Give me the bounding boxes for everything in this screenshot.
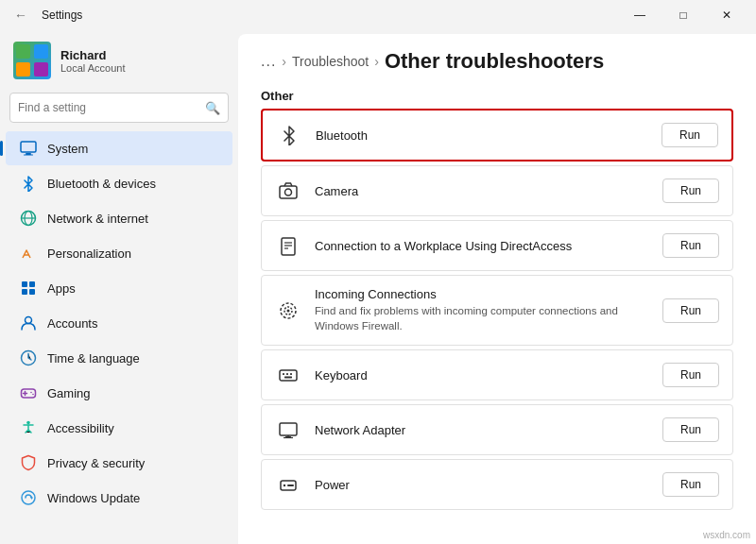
troubleshooter-item-incoming: Incoming Connections Find and fix proble… [261, 275, 733, 346]
content-area: ... › Troubleshoot › Other troubleshoote… [238, 34, 756, 544]
svg-marker-23 [31, 496, 33, 500]
ts-run-btn-power[interactable]: Run [662, 472, 719, 497]
ts-info-network: Network Adapter [315, 423, 649, 437]
svg-point-14 [26, 317, 32, 324]
sidebar-item-label-system: System [47, 142, 88, 156]
ts-info-power: Power [315, 478, 649, 492]
svg-rect-2 [16, 62, 30, 76]
directaccess-ts-icon [275, 232, 301, 259]
svg-rect-0 [16, 44, 30, 59]
sidebar-item-bluetooth[interactable]: Bluetooth & devices [6, 166, 232, 200]
sidebar-item-privacy[interactable]: Privacy & security [6, 446, 232, 480]
ts-desc-incoming: Find and fix problems with incoming comp… [315, 303, 649, 333]
ts-run-btn-camera[interactable]: Run [662, 178, 719, 203]
avatar-icon [14, 42, 50, 78]
search-icon: 🔍 [205, 101, 220, 115]
sidebar-item-accounts[interactable]: Accounts [6, 306, 232, 340]
sidebar-item-system[interactable]: System [6, 131, 232, 165]
svg-rect-13 [29, 289, 35, 295]
svg-rect-36 [290, 373, 292, 375]
minimize-button[interactable]: — [618, 0, 662, 30]
ts-run-btn-directaccess[interactable]: Run [662, 233, 719, 258]
svg-rect-11 [29, 281, 35, 287]
troubleshooter-item-camera: Camera Run [261, 165, 733, 216]
sidebar-item-time[interactable]: Time & language [6, 341, 232, 375]
incoming-ts-icon [275, 298, 301, 324]
power-ts-icon [275, 471, 301, 498]
ts-name-network: Network Adapter [315, 423, 649, 437]
troubleshooter-item-bluetooth: Bluetooth Run [261, 109, 733, 162]
sidebar-item-label-network: Network & internet [47, 212, 148, 226]
user-sub: Local Account [60, 62, 126, 74]
breadcrumb-sep-2: › [374, 54, 379, 69]
search-box[interactable]: 🔍 [9, 93, 229, 123]
update-icon [19, 488, 38, 507]
ts-run-btn-network[interactable]: Run [662, 417, 719, 442]
svg-point-21 [26, 421, 30, 425]
sidebar-item-label-update: Windows Update [47, 491, 140, 505]
search-input[interactable] [18, 101, 199, 114]
breadcrumb-sep-1: › [282, 54, 286, 69]
sidebar-item-label-gaming: Gaming [47, 386, 91, 400]
ts-run-btn-incoming[interactable]: Run [662, 298, 719, 323]
svg-rect-33 [280, 370, 297, 381]
sidebar-item-label-accounts: Accounts [47, 316, 97, 331]
svg-rect-3 [34, 62, 48, 76]
svg-point-25 [285, 189, 292, 196]
avatar [13, 42, 51, 79]
titlebar: ← Settings — □ ✕ [0, 0, 756, 30]
breadcrumb-dots[interactable]: ... [261, 53, 276, 70]
svg-rect-35 [286, 373, 288, 375]
personalize-icon [19, 244, 38, 263]
ts-name-bluetooth: Bluetooth [316, 128, 648, 143]
sidebar-item-apps[interactable]: Apps [6, 271, 232, 305]
titlebar-left: ← Settings [8, 2, 82, 28]
svg-rect-34 [283, 373, 284, 375]
sidebar-item-update[interactable]: Windows Update [6, 481, 232, 515]
section-label: Other [261, 89, 733, 103]
troubleshooter-list: Bluetooth Run Camera Run Connection to a… [261, 109, 733, 514]
ts-info-camera: Camera [315, 184, 649, 198]
breadcrumb-link[interactable]: Troubleshoot [292, 54, 369, 69]
ts-run-btn-bluetooth[interactable]: Run [662, 123, 718, 147]
svg-rect-24 [280, 186, 297, 198]
svg-rect-44 [287, 484, 294, 486]
svg-point-43 [284, 484, 285, 486]
maximize-button[interactable]: □ [662, 0, 705, 30]
page-title: Other troubleshooters [385, 49, 604, 74]
back-button[interactable]: ← [8, 2, 34, 28]
ts-info-bluetooth: Bluetooth [316, 128, 648, 143]
gaming-icon [19, 383, 38, 402]
user-info: Richard Local Account [60, 48, 126, 74]
app-container: Richard Local Account 🔍 System Bluetooth… [0, 30, 756, 544]
svg-rect-37 [284, 377, 292, 379]
ts-name-directaccess: Connection to a Workplace Using DirectAc… [315, 239, 649, 253]
ts-name-incoming: Incoming Connections [315, 287, 649, 301]
svg-rect-12 [22, 289, 27, 295]
sidebar-item-network[interactable]: Network & internet [6, 201, 232, 235]
watermark: wsxdn.com [703, 530, 750, 540]
sidebar-item-accessibility[interactable]: Accessibility [6, 411, 232, 445]
troubleshooter-item-network: Network Adapter Run [261, 404, 733, 455]
accounts-icon [19, 314, 38, 332]
close-button[interactable]: ✕ [705, 0, 748, 30]
troubleshooter-item-keyboard: Keyboard Run [261, 349, 733, 400]
user-profile[interactable]: Richard Local Account [0, 30, 238, 89]
svg-rect-26 [282, 238, 295, 255]
sidebar-item-label-time: Time & language [47, 351, 140, 366]
ts-info-keyboard: Keyboard [315, 368, 649, 382]
svg-point-32 [287, 309, 290, 312]
svg-rect-38 [280, 423, 297, 435]
sidebar-item-personalize[interactable]: Personalization [6, 236, 232, 270]
network-ts-icon [275, 416, 301, 443]
ts-name-keyboard: Keyboard [315, 368, 649, 382]
sidebar-item-label-personalize: Personalization [47, 246, 131, 261]
bluetooth-ts-icon [276, 122, 302, 148]
svg-point-19 [30, 392, 32, 394]
troubleshooter-item-directaccess: Connection to a Workplace Using DirectAc… [261, 220, 733, 271]
titlebar-title: Settings [42, 8, 82, 22]
ts-run-btn-keyboard[interactable]: Run [662, 363, 719, 387]
sidebar-item-gaming[interactable]: Gaming [6, 376, 232, 410]
network-icon [19, 209, 38, 228]
accessibility-icon [19, 418, 38, 437]
